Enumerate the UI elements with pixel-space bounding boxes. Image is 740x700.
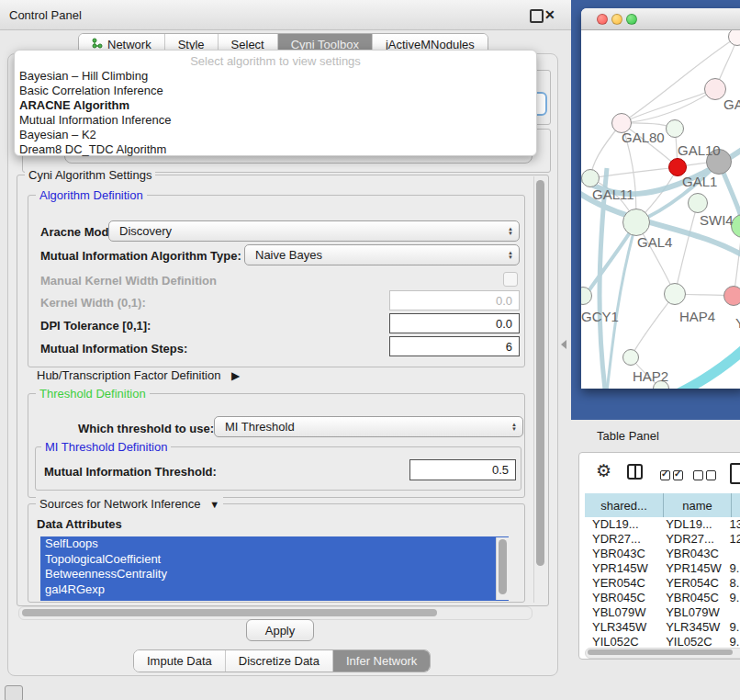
mini-palette-icon[interactable] [5,685,23,700]
list-item[interactable]: BetweennessCentrality [40,567,509,582]
data-attributes-list[interactable]: SelfLoops TopologicalCoefficient Between… [40,536,509,601]
network-node[interactable] [581,169,600,187]
table-hscroll-thumb[interactable] [588,649,733,655]
aracne-mode-combo[interactable]: Discovery ▲▼ [108,220,520,242]
tab-infer-label: Infer Network [346,654,417,668]
table-row[interactable]: YLR345W YLR345W 9. [585,620,740,635]
column-header-name[interactable]: name [664,493,732,517]
split-columns-icon[interactable] [627,464,643,480]
network-window-titlebar[interactable] [581,8,740,30]
float-panel-icon[interactable] [530,9,544,23]
network-window-frame: GAL GAL80 GAL10 GAL1 GAL11 SWI4 GAL4 GCY… [571,0,740,420]
table-panel-title: Table Panel [597,429,659,443]
which-threshold-value: MI Threshold [225,420,295,434]
expanded-arrow-icon[interactable] [209,497,219,511]
tab-impute-data[interactable]: Impute Data [134,650,226,672]
tab-discretize-label: Discretize Data [239,654,320,668]
popup-item[interactable]: Bayesian – K2 [15,128,536,142]
settings-vscroll-thumb[interactable] [536,180,544,566]
tab-discretize-data[interactable]: Discretize Data [226,650,333,672]
network-node[interactable] [688,193,708,213]
node-label: GAL80 [622,130,665,145]
settings-vertical-scrollbar[interactable] [533,176,546,603]
network-node[interactable] [723,286,740,306]
threshold-definition-title: Threshold Definition [36,387,150,401]
table-row[interactable]: YBR045C YBR045C 9. [585,591,740,605]
combo-spinner-icon: ▲▼ [508,227,515,236]
manual-kernel-checkbox[interactable] [503,272,518,287]
table-header-row: shared... name [585,493,740,517]
popup-item[interactable]: Basic Correlation Inference [15,84,536,98]
mi-threshold-field[interactable]: 0.5 [409,459,516,480]
mac-zoom-button[interactable] [626,14,637,25]
dpi-tolerance-field[interactable]: 0.0 [389,313,520,333]
kernel-width-field[interactable]: 0.0 [389,290,520,310]
list-item[interactable]: gal4RGexp [40,582,509,598]
table-panel-card: ⚙ shared... name YDL19... YDL19... 13 YD… [578,452,740,660]
table-row[interactable]: YDL19... YDL19... 13 [585,517,740,532]
mi-type-label: Mutual Information Algorithm Type: [40,249,241,263]
table-row[interactable]: YPR145W YPR145W 9. [585,561,740,576]
aracne-mode-value: Discovery [119,224,172,238]
hub-definition-toggle[interactable]: Hub/Transcription Factor Definition [37,368,240,382]
table-row[interactable]: YDR27... YDR27... 12 [585,532,740,547]
which-threshold-label: Which threshold to use: [78,422,214,435]
column-header-partial[interactable] [732,493,740,517]
node-label: GAL [723,96,740,112]
apply-button[interactable]: Apply [246,619,314,641]
algorithm-selector-popup: Select algorithm to view settings Bayesi… [14,50,537,156]
dpi-tolerance-value: 0.0 [496,317,512,331]
mac-minimize-button[interactable] [611,14,622,25]
settings-hscroll-thumb[interactable] [22,609,437,616]
table-horizontal-scrollbar[interactable] [585,648,740,659]
network-window[interactable]: GAL GAL80 GAL10 GAL1 GAL11 SWI4 GAL4 GCY… [581,8,740,389]
list-item[interactable]: TopologicalCoefficient [40,552,509,568]
close-panel-icon[interactable]: ✕ [544,8,555,21]
node-label: HAP2 [633,368,668,384]
popup-item[interactable]: Bayesian – Hill Climbing [15,69,536,84]
mi-steps-value: 6 [506,340,512,354]
network-node[interactable] [622,209,650,236]
popup-item-selected[interactable]: ARACNE Algorithm [15,98,536,113]
mi-type-combo[interactable]: Naive Bayes ▲▼ [244,244,520,265]
collapsed-arrow-icon[interactable] [231,368,240,382]
mi-threshold-value: 0.5 [492,463,509,477]
table-row[interactable]: YIL052C YIL052C 9. [585,635,740,647]
manual-kernel-label: Manual Kernel Width Definition [40,274,217,288]
kernel-width-label: Kernel Width (0,1): [40,296,146,310]
clear-all-checkboxes-icon[interactable] [693,468,716,484]
table-panel: Table Panel ⚙ shared... name YDL19... YD… [571,420,740,700]
sources-title-row[interactable]: Sources for Network Inference [36,497,223,511]
control-panel-titlebar: Control Panel ✕ [0,0,571,30]
select-all-checkboxes-icon[interactable] [660,468,683,484]
mac-close-button[interactable] [597,14,608,25]
table-row[interactable]: YBR043C YBR043C [585,547,740,561]
list-item[interactable]: SelfLoops [40,536,509,552]
which-threshold-combo[interactable]: MI Threshold ▲▼ [214,416,523,437]
list-vertical-scrollbar[interactable] [496,537,509,600]
network-canvas[interactable]: GAL GAL80 GAL10 GAL1 GAL11 SWI4 GAL4 GCY… [581,30,740,389]
node-label: GAL1 [682,174,717,189]
network-node[interactable] [622,349,639,366]
network-node[interactable] [664,283,686,305]
table-row[interactable]: YBL079W YBL079W [585,605,740,620]
new-table-icon[interactable] [730,463,740,484]
node-label: GAL11 [592,186,634,202]
settings-horizontal-scrollbar[interactable] [18,606,533,620]
network-node[interactable] [666,119,684,138]
popup-item[interactable]: Mutual Information Inference [15,113,536,128]
table-row[interactable]: YER054C YER054C 8. [585,576,740,591]
node-label: GCY1 [581,309,619,324]
column-header-shared[interactable]: shared... [585,493,664,517]
mi-steps-label: Mutual Information Steps: [40,342,187,356]
popup-item[interactable]: Dream8 DC_TDC Algorithm [15,142,536,157]
splitter-collapse-icon[interactable] [561,340,566,349]
mi-type-value: Naive Bayes [255,248,322,262]
tab-infer-network[interactable]: Infer Network [333,650,430,672]
node-label: GAL10 [678,142,721,158]
list-vscroll-thumb[interactable] [499,539,507,594]
gear-icon[interactable]: ⚙ [596,460,611,481]
table-rows: YDL19... YDL19... 13 YDR27... YDR27... 1… [585,517,740,647]
control-panel-title: Control Panel [9,8,82,22]
mi-steps-field[interactable]: 6 [389,336,520,356]
